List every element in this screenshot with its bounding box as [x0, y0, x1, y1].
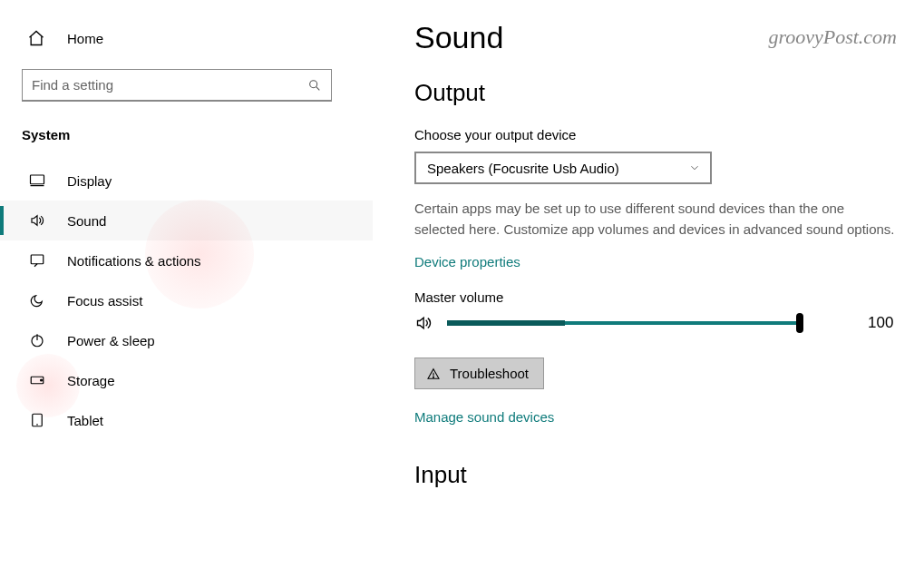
search-icon [307, 78, 322, 93]
sidebar-item-focus-assist[interactable]: Focus assist [0, 280, 373, 320]
troubleshoot-button[interactable]: Troubleshoot [414, 358, 544, 389]
chevron-down-icon [688, 162, 701, 174]
svg-point-12 [433, 377, 433, 377]
sidebar-item-label: Display [67, 173, 112, 189]
sidebar-item-label: Sound [67, 213, 106, 229]
tablet-icon [27, 412, 47, 428]
sidebar-item-label: Power & sleep [67, 333, 155, 348]
svg-point-8 [41, 379, 43, 381]
device-properties-link[interactable]: Device properties [414, 254, 520, 269]
master-volume-value: 100 [868, 314, 893, 332]
sidebar-item-display[interactable]: Display [0, 161, 373, 201]
troubleshoot-label: Troubleshoot [450, 366, 529, 381]
sidebar-item-power-sleep[interactable]: Power & sleep [0, 320, 373, 360]
sidebar-item-storage[interactable]: Storage [0, 360, 373, 400]
home-label: Home [67, 31, 103, 46]
sound-icon [27, 212, 47, 229]
master-volume-slider[interactable] [447, 321, 801, 325]
manage-sound-devices-link[interactable]: Manage sound devices [414, 409, 554, 425]
slider-thumb[interactable] [796, 313, 803, 333]
output-device-dropdown[interactable]: Speakers (Focusrite Usb Audio) [414, 152, 712, 184]
output-device-selected: Speakers (Focusrite Usb Audio) [427, 161, 619, 176]
main-content: groovyPost.com Sound Output Choose your … [373, 0, 924, 578]
sidebar-item-label: Storage [67, 373, 115, 388]
power-icon [27, 332, 47, 348]
sidebar-item-tablet[interactable]: Tablet [0, 400, 373, 440]
svg-rect-4 [31, 255, 44, 264]
input-heading: Input [414, 461, 897, 489]
sidebar-item-label: Focus assist [67, 293, 142, 309]
home-link[interactable]: Home [0, 18, 373, 62]
choose-output-label: Choose your output device [414, 127, 897, 142]
sidebar-item-label: Tablet [67, 413, 103, 428]
storage-icon [27, 372, 47, 388]
sidebar: Home System Display Sound Notifications … [0, 0, 373, 578]
notifications-icon [27, 252, 47, 269]
search-input-container[interactable] [22, 69, 332, 102]
slider-fill [447, 320, 565, 326]
category-system: System [0, 116, 373, 161]
output-heading: Output [414, 79, 897, 107]
svg-rect-2 [31, 175, 44, 184]
master-volume-label: Master volume [414, 289, 897, 305]
master-volume-row: 100 [414, 314, 897, 332]
sidebar-item-label: Notifications & actions [67, 253, 201, 269]
volume-icon[interactable] [414, 314, 434, 332]
warning-icon [426, 367, 441, 381]
display-icon [27, 172, 47, 189]
sidebar-item-notifications[interactable]: Notifications & actions [0, 240, 373, 280]
sidebar-item-sound[interactable]: Sound [0, 201, 373, 240]
home-icon [27, 29, 47, 47]
output-help-text: Certain apps may be set up to use differ… [414, 199, 895, 240]
focus-assist-icon [27, 292, 47, 309]
search-input[interactable] [32, 77, 307, 93]
svg-line-1 [316, 86, 320, 90]
watermark: groovyPost.com [768, 25, 897, 49]
svg-point-0 [310, 80, 317, 87]
